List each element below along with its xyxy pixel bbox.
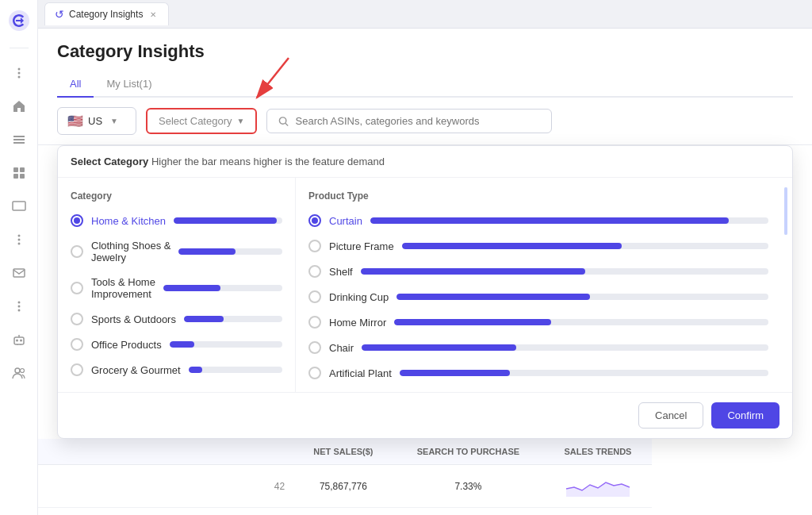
radio-curtain [308,214,321,227]
tab-refresh-icon: ↺ [55,8,64,21]
category-label-sports: Sports & Outdoors [91,313,176,325]
sidebar-icon-home[interactable] [10,98,28,115]
tab-my-list[interactable]: My List(1) [94,71,164,98]
tab-all[interactable]: All [57,71,94,98]
category-item-tools[interactable]: Tools & HomeImprovement [58,270,295,306]
product-type-col-header: Product Type [296,184,781,208]
svg-rect-11 [13,202,25,210]
bar-artificial-plant [400,370,768,376]
page: Category Insights All My List(1) 🇺🇸 US ▼ [38,29,812,515]
product-type-chair[interactable]: Chair [296,335,781,360]
radio-shelf [308,265,321,278]
sidebar-icon-dots-2[interactable] [10,231,28,248]
radio-clothing [71,245,83,258]
col-header-sales-trends: SALES TRENDS [544,439,652,465]
bar-office [170,341,282,348]
sidebar-divider-1 [10,48,29,48]
svg-rect-6 [13,142,25,144]
toolbar: 🇺🇸 US ▼ [38,98,812,145]
page-header: Category Insights All My List(1) [38,29,812,98]
svg-point-21 [20,340,22,342]
category-selector[interactable]: Select Category ▼ [146,108,257,134]
product-label-shelf: Shelf [329,266,353,278]
radio-office [71,338,83,351]
product-type-curtain[interactable]: Curtain [296,208,781,233]
sidebar-icon-monitor[interactable] [10,198,28,215]
radio-drinking-cup [308,290,321,303]
data-table: NET SALES($) SEARCH TO PURCHASE SALES TR… [38,439,812,515]
svg-point-13 [17,239,20,241]
svg-point-2 [17,72,20,75]
sidebar-icon-users[interactable] [10,364,28,382]
tab-category-insights[interactable]: ↺ Category Insights ✕ [44,2,169,25]
svg-rect-5 [13,139,25,140]
confirm-button[interactable]: Confirm [711,402,779,429]
product-type-drinking-cup[interactable]: Drinking Cup [296,284,781,309]
bar-sports [184,316,282,322]
col-header-actions [38,439,137,465]
bar-clothing [178,248,282,255]
category-item-home-kitchen[interactable]: Home & Kitchen [58,208,295,233]
category-label-office: Office Products [91,339,162,351]
product-type-artificial-plant[interactable]: Artificial Plant [296,360,781,386]
svg-point-17 [17,306,20,308]
partial-search-purchase-2: 3.99% [393,508,544,516]
scrollbar-area [781,178,792,392]
product-label-home-mirror: Home Mirror [329,317,386,329]
bar-shelf [361,268,768,275]
sidebar [0,0,38,515]
svg-rect-4 [13,136,25,137]
radio-tools [71,282,83,294]
cancel-button[interactable]: Cancel [638,402,703,429]
category-label-home-kitchen: Home & Kitchen [91,215,166,227]
tab-close-button[interactable]: ✕ [147,9,159,20]
sidebar-icon-robot[interactable] [10,331,28,348]
svg-marker-26 [566,482,630,497]
app-logo[interactable] [8,10,30,32]
main-content: ↺ Category Insights ✕ Category Insights … [38,0,812,515]
category-label-grocery: Grocery & Gourmet [91,364,181,376]
search-input[interactable] [296,115,541,127]
category-label-clothing: Clothing Shoes &Jewelry [91,240,170,263]
sidebar-icon-list[interactable] [10,131,28,148]
bar-curtain [370,217,768,224]
radio-home-kitchen [71,214,83,227]
col-header-product [137,439,294,465]
bar-chair [362,344,768,351]
table-row: 42 75,867,776 7.33% [38,465,812,508]
svg-rect-9 [13,174,18,179]
partial-search-purchase-1: 7.33% [393,465,544,508]
country-selector[interactable]: 🇺🇸 US ▼ [57,107,136,135]
page-title: Category Insights [57,41,793,62]
category-item-sports[interactable]: Sports & Outdoors [58,306,295,332]
sidebar-icon-grid[interactable] [10,164,28,182]
flag-icon: 🇺🇸 [67,113,83,129]
country-chevron-icon: ▼ [110,117,118,125]
bar-home-kitchen [174,217,282,224]
svg-rect-10 [20,174,25,179]
svg-rect-15 [13,269,25,277]
product-type-home-mirror[interactable]: Home Mirror [296,309,781,335]
partial-net-sales-1: 75,867,776 [294,465,393,508]
sidebar-icon-dots-3[interactable] [10,298,28,315]
dropdown-description: Higher the bar means higher is the featu… [151,156,385,167]
product-type-picture-frame[interactable]: Picture Frame [296,233,781,259]
scrollbar[interactable] [784,187,787,235]
bar-home-mirror [394,319,768,325]
radio-home-mirror [308,316,321,329]
dropdown-columns: Category Home & Kitchen Clothing Shoes &… [58,178,792,392]
category-dropdown: Select Category Higher the bar means hig… [57,145,793,439]
category-item-clothing[interactable]: Clothing Shoes &Jewelry [58,233,295,270]
category-item-grocery[interactable]: Grocery & Gourmet [58,357,295,382]
tab-label: Category Insights [69,9,143,20]
col-header-search-purchase: SEARCH TO PURCHASE [393,439,544,465]
category-item-office[interactable]: Office Products [58,332,295,357]
sidebar-icon-mail[interactable] [10,264,28,282]
product-label-drinking-cup: Drinking Cup [329,291,389,303]
product-type-shelf[interactable]: Shelf [296,259,781,284]
svg-point-12 [17,235,20,237]
sidebar-icon-dots-1[interactable] [10,64,28,82]
tab-bar: ↺ Category Insights ✕ [38,0,812,29]
radio-sports [71,313,83,325]
radio-chair [308,341,321,354]
